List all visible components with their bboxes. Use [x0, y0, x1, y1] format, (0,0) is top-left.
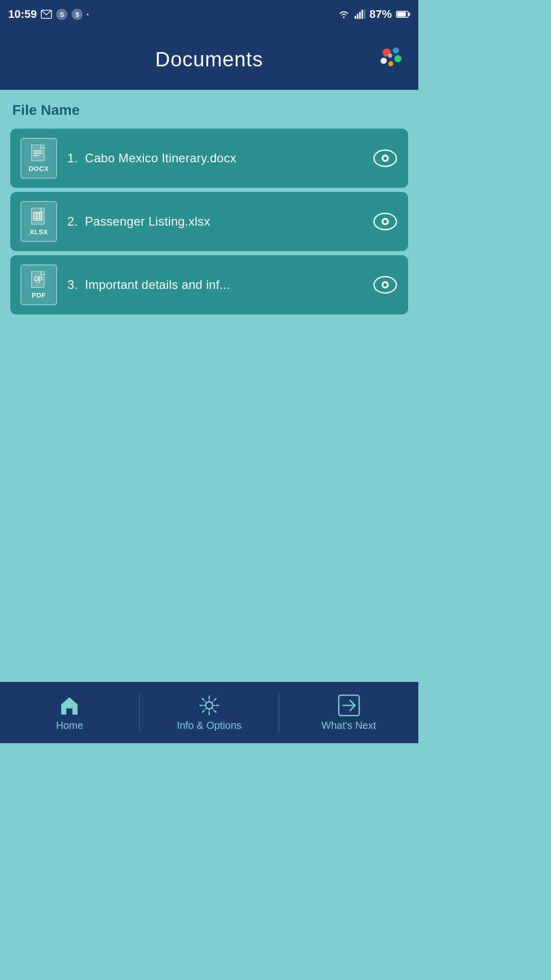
- status-time: 10:59: [8, 8, 37, 21]
- signal-icon: [354, 10, 365, 19]
- svg-point-15: [388, 54, 392, 58]
- battery-icon: [396, 10, 410, 18]
- svg-point-11: [393, 47, 399, 54]
- svg-point-41: [206, 702, 213, 709]
- docx-type-label: DOCX: [29, 165, 49, 173]
- svg-point-40: [384, 283, 387, 287]
- svg-point-35: [384, 220, 387, 224]
- svg-rect-2: [355, 16, 356, 19]
- document-item-2[interactable]: XLSX 2. Passenger Listing.xlsx: [10, 192, 408, 251]
- file-name-label: File Name: [10, 102, 408, 118]
- view-icon-3[interactable]: [372, 276, 398, 294]
- nav-label-whats-next: What's Next: [321, 720, 376, 731]
- svg-point-12: [394, 55, 402, 62]
- svg-rect-3: [357, 14, 358, 19]
- svg-point-13: [388, 61, 393, 66]
- svg-rect-5: [361, 10, 363, 19]
- page-title: Documents: [155, 48, 263, 71]
- doc-name-2: 2. Passenger Listing.xlsx: [67, 214, 372, 229]
- doc-name-1: 1. Cabo Mexico Itinerary.docx: [67, 151, 372, 165]
- svg-point-22: [384, 157, 387, 160]
- pdf-icon-container: PDF: [20, 264, 57, 305]
- home-icon: [58, 694, 81, 717]
- dollar-icon: $: [71, 9, 83, 20]
- svg-rect-9: [409, 13, 410, 16]
- document-list: DOCX 1. Cabo Mexico Itinerary.docx: [10, 129, 408, 314]
- nav-label-home: Home: [56, 720, 83, 731]
- docx-file-icon: [30, 144, 48, 163]
- svg-rect-4: [359, 12, 361, 19]
- nav-item-home[interactable]: Home: [0, 694, 139, 731]
- dot-icon: •: [87, 12, 89, 17]
- docx-icon-container: DOCX: [20, 138, 57, 179]
- wifi-icon: [338, 10, 350, 19]
- nav-label-info-options: Info & Options: [177, 720, 242, 731]
- gear-icon: [198, 694, 220, 717]
- status-left: 10:59 S $ •: [8, 8, 89, 21]
- s-icon: S: [56, 9, 67, 20]
- document-item-3[interactable]: PDF 3. Important details and inf...: [10, 255, 408, 314]
- svg-point-14: [381, 58, 387, 64]
- svg-point-1: [343, 17, 344, 18]
- status-right: 87%: [338, 8, 410, 21]
- email-icon: [41, 10, 52, 19]
- xlsx-type-label: XLSX: [30, 228, 48, 236]
- app-logo: [372, 41, 408, 77]
- view-icon-2[interactable]: [372, 212, 398, 231]
- pdf-file-icon: [30, 271, 48, 289]
- svg-rect-6: [364, 10, 365, 19]
- nav-item-info-options[interactable]: Info & Options: [140, 694, 279, 731]
- xlsx-file-icon: [30, 208, 48, 226]
- svg-rect-8: [397, 12, 406, 17]
- view-icon-1[interactable]: [372, 149, 398, 167]
- battery-percentage: 87%: [369, 8, 392, 21]
- document-item-1[interactable]: DOCX 1. Cabo Mexico Itinerary.docx: [10, 129, 408, 188]
- status-bar: 10:59 S $ • 87%: [0, 0, 418, 29]
- main-content: File Name DOCX 1. Cabo Mexico Itinerary.…: [0, 90, 418, 682]
- app-header: Documents: [0, 29, 418, 90]
- nav-item-whats-next[interactable]: What's Next: [279, 694, 418, 731]
- arrow-right-icon: [338, 694, 360, 717]
- xlsx-icon-container: XLSX: [20, 201, 57, 242]
- doc-name-3: 3. Important details and inf...: [67, 278, 372, 292]
- bottom-navigation: Home Info & Options What's Next: [0, 682, 418, 743]
- pdf-type-label: PDF: [32, 291, 46, 299]
